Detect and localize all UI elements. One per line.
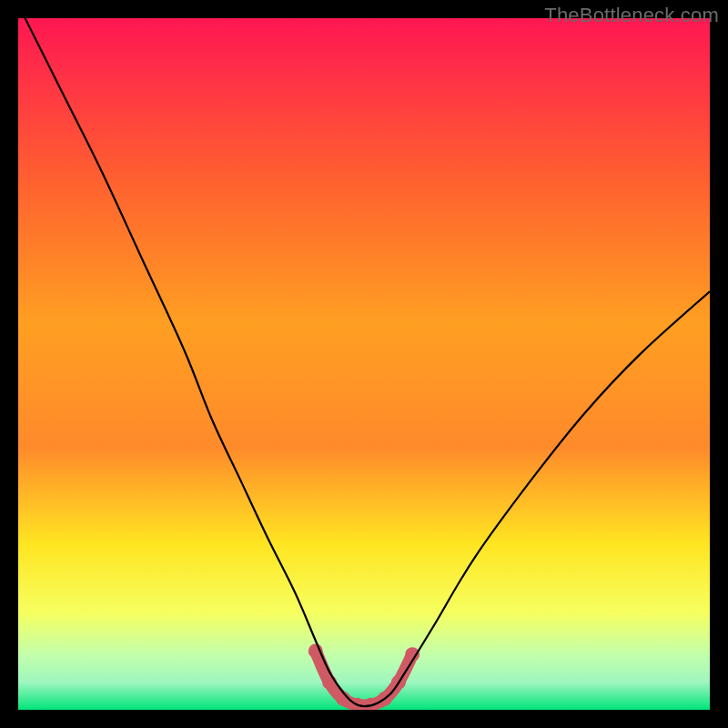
gradient-background: [18, 18, 710, 710]
watermark-label: TheBottleneck.com: [544, 4, 719, 27]
chart-svg: [18, 18, 710, 710]
bottleneck-chart: TheBottleneck.com: [0, 0, 728, 728]
plot-area: [18, 18, 710, 710]
